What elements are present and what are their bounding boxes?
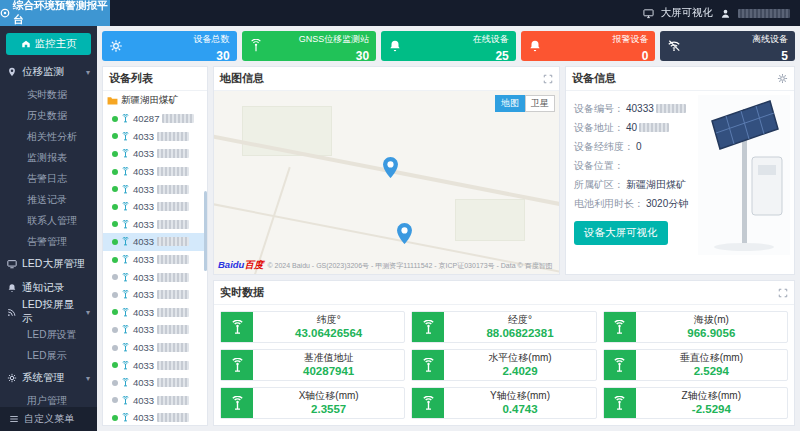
info-field-value: 40 bbox=[626, 122, 637, 133]
metric-value: 2.3557 bbox=[311, 402, 346, 416]
device-id-redacted bbox=[157, 273, 189, 282]
sidebar-group-led-cast[interactable]: LED投屏显示 ▾ bbox=[0, 300, 97, 324]
sidebar-subitem[interactable]: 推送记录 bbox=[0, 189, 97, 210]
fullscreen-icon[interactable] bbox=[778, 288, 788, 298]
device-id-redacted bbox=[157, 378, 189, 387]
gear-icon[interactable] bbox=[777, 73, 788, 84]
gnss-satellite-icon bbox=[412, 350, 444, 380]
metric-label: 海拔(m) bbox=[694, 314, 729, 327]
stat-cards-row: 设备总数30 GNSS位移监测站30 在线设备25 报警设备0 离线设备5 bbox=[102, 31, 795, 61]
status-dot bbox=[112, 116, 118, 122]
stat-card-alarm-devices[interactable]: 报警设备0 bbox=[521, 31, 656, 61]
sidebar-subitem[interactable]: LED展示 bbox=[0, 345, 97, 366]
device-list-item[interactable]: 4033 bbox=[103, 304, 207, 322]
status-dot bbox=[112, 292, 118, 298]
sidebar-item-led-screen[interactable]: LED大屏管理 bbox=[0, 252, 97, 276]
stat-value: 30 bbox=[356, 49, 369, 63]
sidebar-group-displacement[interactable]: 位移监测 ▾ bbox=[0, 60, 97, 84]
stat-card-total-devices[interactable]: 设备总数30 bbox=[102, 31, 237, 61]
status-dot bbox=[112, 345, 118, 351]
device-id-redacted bbox=[162, 114, 194, 123]
device-list-item[interactable]: 4033 bbox=[103, 356, 207, 374]
device-list-item[interactable]: 4033 bbox=[103, 409, 207, 425]
device-id: 4033 bbox=[133, 201, 154, 212]
status-dot bbox=[112, 257, 118, 263]
status-dot bbox=[112, 169, 118, 175]
device-list-item[interactable]: 4033 bbox=[103, 268, 207, 286]
sidebar-subitem[interactable]: 监测报表 bbox=[0, 147, 97, 168]
device-id: 4033 bbox=[133, 166, 154, 177]
device-id-redacted bbox=[157, 220, 189, 229]
device-list-item[interactable]: 4033 bbox=[103, 216, 207, 234]
stat-value: 25 bbox=[495, 49, 508, 63]
device-list-item[interactable]: 4033 bbox=[103, 339, 207, 357]
device-list-item[interactable]: 4033 bbox=[103, 163, 207, 181]
device-group-folder[interactable]: 新疆湖田煤矿 bbox=[103, 91, 207, 110]
device-list-item[interactable]: 4033 bbox=[103, 374, 207, 392]
device-list-scrollbar[interactable] bbox=[204, 191, 207, 271]
fullscreen-icon[interactable] bbox=[543, 74, 553, 84]
app-logo-icon bbox=[0, 8, 10, 18]
chevron-down-icon: ▾ bbox=[86, 68, 90, 77]
map-type-satellite-button[interactable]: 卫星 bbox=[525, 95, 555, 112]
stat-card-gnss-stations[interactable]: GNSS位移监测站30 bbox=[242, 31, 377, 61]
map-marker[interactable] bbox=[383, 157, 398, 178]
antenna-icon bbox=[121, 220, 130, 229]
user-avatar-icon[interactable] bbox=[720, 8, 731, 19]
alarm-bell-icon bbox=[528, 39, 542, 53]
sidebar-subitem-label: 告警日志 bbox=[27, 172, 67, 186]
device-list-item[interactable]: 4033 bbox=[103, 233, 207, 251]
device-list-item[interactable]: 4033 bbox=[103, 180, 207, 198]
sidebar-subitem-label: 告警管理 bbox=[27, 235, 67, 249]
map-type-map-button[interactable]: 地图 bbox=[495, 95, 525, 112]
device-list-item[interactable]: 40287 bbox=[103, 110, 207, 128]
sidebar-item-monitor-home[interactable]: 监控主页 bbox=[6, 33, 91, 55]
sidebar-group-system[interactable]: 系统管理 ▾ bbox=[0, 366, 97, 390]
sidebar-item-custom-menu[interactable]: 自定义菜单 bbox=[0, 407, 97, 431]
antenna-icon bbox=[121, 378, 130, 387]
signal-icon bbox=[249, 39, 263, 53]
sidebar-subitem[interactable]: 告警管理 bbox=[0, 231, 97, 252]
info-field-value: 40333 bbox=[626, 103, 654, 114]
username-redacted[interactable] bbox=[738, 9, 790, 18]
stat-label: 离线设备 bbox=[752, 34, 788, 44]
stat-card-offline-devices[interactable]: 离线设备5 bbox=[660, 31, 795, 61]
device-list-item[interactable]: 4033 bbox=[103, 286, 207, 304]
sidebar-subitem[interactable]: LED屏设置 bbox=[0, 324, 97, 345]
big-screen-link[interactable]: 大屏可视化 bbox=[661, 6, 714, 20]
map-marker[interactable] bbox=[397, 223, 412, 244]
info-field-value: 0 bbox=[636, 141, 642, 152]
map-canvas[interactable]: 地图 卫星 Baidu百度 © 2024 Baidu - GS(2023)320… bbox=[214, 91, 559, 274]
sidebar-subitem-label: 实时数据 bbox=[27, 88, 67, 102]
device-id-redacted bbox=[157, 202, 189, 211]
app-title: 综合环境预警测报平台 bbox=[13, 0, 110, 27]
info-field-label: 设备经纬度： bbox=[574, 140, 634, 154]
device-list-item[interactable]: 4033 bbox=[103, 128, 207, 146]
antenna-icon bbox=[121, 343, 130, 352]
device-list-item[interactable]: 4033 bbox=[103, 392, 207, 410]
sidebar-item-notify-records[interactable]: 通知记录 bbox=[0, 276, 97, 300]
sidebar-subitem[interactable]: 联系人管理 bbox=[0, 210, 97, 231]
main-content: 设备总数30 GNSS位移监测站30 在线设备25 报警设备0 离线设备5 bbox=[97, 26, 800, 431]
metric-label: 垂直位移(mm) bbox=[680, 352, 743, 365]
device-id: 4033 bbox=[133, 131, 154, 142]
device-id-redacted bbox=[157, 237, 189, 246]
device-list-item[interactable]: 4033 bbox=[103, 198, 207, 216]
device-id: 4033 bbox=[133, 377, 154, 388]
stat-card-online-devices[interactable]: 在线设备25 bbox=[381, 31, 516, 61]
sidebar-subitem-label: 监测报表 bbox=[27, 151, 67, 165]
sidebar-subitem[interactable]: 实时数据 bbox=[0, 84, 97, 105]
sidebar-subitem[interactable]: 相关性分析 bbox=[0, 126, 97, 147]
antenna-icon bbox=[121, 237, 130, 246]
device-list-item[interactable]: 4033 bbox=[103, 321, 207, 339]
device-bigscreen-button[interactable]: 设备大屏可视化 bbox=[574, 221, 668, 245]
device-list-item[interactable]: 4033 bbox=[103, 251, 207, 269]
antenna-icon bbox=[121, 308, 130, 317]
sidebar-subitem[interactable]: 历史数据 bbox=[0, 105, 97, 126]
device-list-item[interactable]: 4033 bbox=[103, 145, 207, 163]
sidebar-subitem[interactable]: 告警日志 bbox=[0, 168, 97, 189]
status-dot bbox=[112, 186, 118, 192]
stat-value: 5 bbox=[781, 49, 788, 63]
antenna-icon bbox=[121, 290, 130, 299]
status-dot bbox=[112, 415, 118, 421]
